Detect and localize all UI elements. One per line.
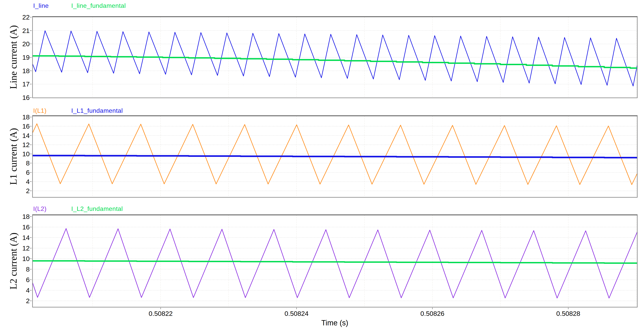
legend-item-i-line: I_line xyxy=(33,1,71,10)
y-tick-label: 6 xyxy=(8,277,30,283)
y-tick-mark xyxy=(30,237,32,238)
legend-item-i-l2: I(L2) xyxy=(33,205,71,213)
y-tick-mark xyxy=(30,216,32,217)
y-tick-mark xyxy=(30,135,32,136)
y-tick-mark xyxy=(30,163,32,163)
y-tick-label: 6 xyxy=(8,169,30,176)
y-tick-label: 14 xyxy=(8,132,30,139)
y-tick-label: 2 xyxy=(8,187,30,194)
plot-canvas-l1-current xyxy=(33,116,637,197)
trace-i-line xyxy=(33,31,637,86)
y-tick-label: 18 xyxy=(8,67,30,74)
x-tick-label: 0.50826 xyxy=(407,310,458,317)
y-tick-label: 8 xyxy=(8,266,30,273)
plot-legend: I(L2)I_L2_fundamental xyxy=(33,205,123,213)
y-tick-mark xyxy=(30,17,32,17)
y-tick-label: 16 xyxy=(8,224,30,230)
y-tick-mark xyxy=(30,181,32,182)
y-tick-mark xyxy=(30,154,32,154)
plot-canvas-line-current xyxy=(33,17,637,97)
x-tick-label: 0.50824 xyxy=(271,310,322,317)
y-tick-label: 22 xyxy=(8,14,30,20)
y-tick-label: 8 xyxy=(8,160,30,166)
plot-legend: I_lineI_line_fundamental xyxy=(33,1,126,10)
x-tick-label: 0.50822 xyxy=(135,310,186,317)
y-tick-label: 19 xyxy=(8,54,30,61)
trace-i-l2-fundamental xyxy=(33,261,637,263)
x-tick-label: 0.50828 xyxy=(543,310,594,317)
y-tick-mark xyxy=(30,145,32,145)
y-tick-mark xyxy=(30,269,32,269)
y-tick-mark xyxy=(30,126,32,126)
y-tick-label: 10 xyxy=(8,255,30,262)
x-tick-mark xyxy=(296,308,297,309)
x-tick-mark xyxy=(568,308,568,309)
y-tick-mark xyxy=(30,259,32,259)
y-tick-label: 14 xyxy=(8,234,30,241)
y-tick-mark xyxy=(30,84,32,84)
trace-i-l1 xyxy=(33,124,637,185)
x-tick-mark xyxy=(432,308,432,309)
waveform-figure: Time (s) I_lineI_line_fundamental Line c… xyxy=(0,0,644,333)
y-tick-mark xyxy=(30,227,32,227)
plot-legend: I(L1)I_L1_fundamental xyxy=(33,106,123,115)
trace-i-line-fundamental xyxy=(33,56,637,68)
y-tick-mark xyxy=(30,172,32,173)
y-tick-mark xyxy=(30,301,32,301)
y-tick-mark xyxy=(30,280,32,280)
y-tick-label: 18 xyxy=(8,213,30,220)
y-tick-label: 20 xyxy=(8,40,30,47)
legend-item-i-line-fundamental: I_line_fundamental xyxy=(71,1,126,10)
y-tick-mark xyxy=(30,290,32,291)
y-tick-label: 21 xyxy=(8,27,30,34)
x-tick-mark xyxy=(160,308,161,309)
legend-item-i-l2-fundamental: I_L2_fundamental xyxy=(71,205,123,213)
y-tick-mark xyxy=(30,71,32,71)
y-tick-label: 16 xyxy=(8,123,30,130)
y-tick-label: 10 xyxy=(8,151,30,157)
y-tick-label: 4 xyxy=(8,178,30,185)
y-tick-label: 4 xyxy=(8,287,30,294)
plot-canvas-l2-current xyxy=(33,215,637,307)
y-tick-mark xyxy=(30,117,32,117)
y-tick-label: 17 xyxy=(8,81,30,87)
y-tick-mark xyxy=(30,57,32,57)
y-tick-mark xyxy=(30,191,32,191)
trace-i-l1-fundamental xyxy=(33,155,637,158)
y-tick-label: 12 xyxy=(8,245,30,252)
y-tick-mark xyxy=(30,248,32,248)
x-axis-title: Time (s) xyxy=(296,319,374,327)
y-tick-mark xyxy=(30,30,32,31)
legend-item-i-l1-fundamental: I_L1_fundamental xyxy=(71,106,123,115)
y-tick-label: 18 xyxy=(8,114,30,120)
y-tick-label: 16 xyxy=(8,94,30,101)
legend-item-i-l1: I(L1) xyxy=(33,106,71,115)
y-tick-label: 12 xyxy=(8,141,30,148)
y-tick-mark xyxy=(30,44,32,44)
y-tick-mark xyxy=(30,97,32,98)
y-tick-label: 2 xyxy=(8,298,30,304)
